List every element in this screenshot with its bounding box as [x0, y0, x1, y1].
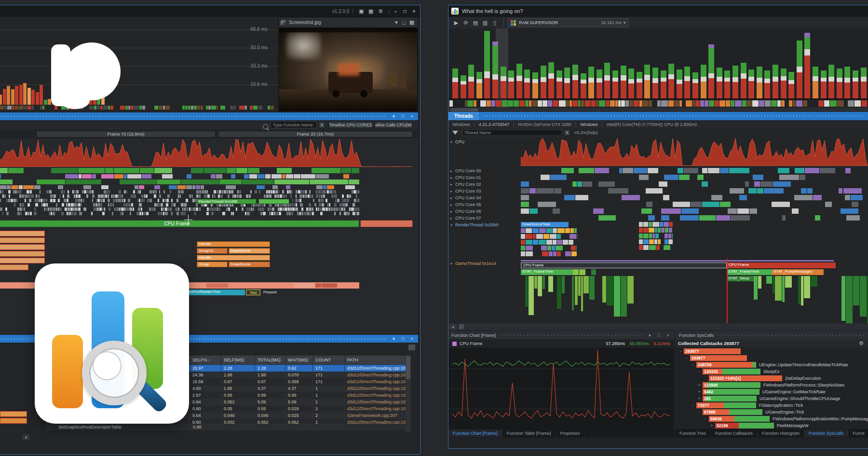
- pause-icon[interactable]: ▯: [490, 18, 500, 28]
- frame-bar[interactable]: [476, 72, 482, 98]
- frame-bar[interactable]: [701, 65, 706, 98]
- frame-bar[interactable]: [708, 44, 714, 98]
- mini-frame-bar[interactable]: [23, 83, 27, 105]
- handle-span[interactable]: DrawScene: [229, 248, 270, 254]
- frame-bar[interactable]: [717, 68, 722, 98]
- flame-span[interactable]: [360, 220, 413, 227]
- timeline-cpu-cores-button[interactable]: Timeline CPU CORES: [328, 121, 373, 128]
- thread-row-label[interactable]: ▾GameThread 0x1e14: [450, 261, 496, 266]
- render-thread-span[interactable]: RenderThread 0x1d58: [197, 199, 257, 204]
- frame-bar[interactable]: [692, 72, 698, 98]
- panel-close-icon[interactable]: ×: [409, 336, 415, 341]
- flame-fragment[interactable]: [0, 418, 27, 424]
- frame-bar[interactable]: [492, 41, 498, 98]
- layout-icon[interactable]: ▦: [366, 6, 376, 16]
- table-header-cell[interactable]: COUNT: [313, 356, 345, 365]
- thread-expander-icon[interactable]: ▸: [450, 182, 455, 187]
- stat-span[interactable]: STAT_FrameTime: [727, 269, 773, 275]
- frame-bar[interactable]: [853, 70, 858, 98]
- tab-function-table-frame-[interactable]: Function Table [Frame]: [502, 429, 556, 437]
- thread-expander-icon[interactable]: ▾: [450, 262, 455, 266]
- thread-row-label[interactable]: ▸CPU Core 05: [450, 202, 481, 207]
- panel-maximize-icon[interactable]: □: [400, 336, 406, 341]
- panel-collapse-icon[interactable]: ▾: [647, 333, 653, 338]
- cpu-frame-span[interactable]: CPU Frame: [727, 263, 836, 268]
- mini-frame-bar[interactable]: [0, 95, 2, 105]
- thread-expander-icon[interactable]: ▾: [450, 140, 455, 144]
- mini-frame-bar[interactable]: [48, 99, 51, 105]
- table-header-cell[interactable]: TOTAL(MS): [255, 356, 285, 365]
- histogram-scrollbar[interactable]: [448, 108, 868, 112]
- minimize-button[interactable]: –: [393, 9, 399, 14]
- open-capture-icon[interactable]: ▤: [471, 18, 480, 28]
- mini-frame-bar[interactable]: [19, 85, 23, 105]
- frame-bar[interactable]: [797, 41, 802, 98]
- syscalls-settings-gear-icon[interactable]: ⚙: [857, 340, 865, 347]
- frame-bar[interactable]: [621, 66, 626, 98]
- frame-bar[interactable]: [668, 64, 674, 98]
- thread-row-label[interactable]: ▸CPU Core 02: [450, 181, 481, 187]
- panel-close-icon[interactable]: ×: [665, 333, 671, 338]
- thread-name-filter-input[interactable]: Thread Name: [462, 129, 562, 136]
- flame-span[interactable]: [258, 199, 289, 204]
- mini-frame-bar[interactable]: [15, 86, 18, 105]
- frame-bar[interactable]: [844, 67, 850, 98]
- frame-bar[interactable]: [468, 65, 474, 98]
- frame-histogram[interactable]: [448, 28, 868, 112]
- thread-row-label[interactable]: ▸CPU Core 03: [450, 188, 481, 194]
- frame-bar[interactable]: [781, 69, 787, 98]
- frame-bar[interactable]: [724, 70, 730, 98]
- popout-icon[interactable]: ▦: [408, 19, 416, 27]
- cpu-frame-bar[interactable]: CPU Frame: [0, 220, 359, 227]
- frame-bar[interactable]: [748, 69, 754, 98]
- handle-span[interactable]: DrawScene: [229, 262, 270, 267]
- callstack-bar[interactable]: 73377: [696, 402, 756, 408]
- mini-frame-bar[interactable]: [27, 88, 31, 105]
- scroll-left-arrow[interactable]: ◂: [449, 324, 456, 330]
- tree-expander-icon[interactable]: -: [703, 416, 708, 422]
- start-profiling-icon[interactable]: ▶: [451, 18, 461, 28]
- tree-expander-icon[interactable]: -: [678, 348, 683, 354]
- callstack-bar[interactable]: 134325: [703, 369, 760, 374]
- thread-expander-icon[interactable]: ▸: [450, 189, 455, 193]
- tree-expander-icon[interactable]: -: [697, 409, 702, 415]
- threads-timeline[interactable]: ▾CPU▸CPU Core 00▸CPU Core 01▸CPU Core 02…: [448, 137, 868, 331]
- tab-function-syscalls[interactable]: Function SysCalls: [804, 429, 848, 437]
- frame-bar[interactable]: [484, 31, 490, 98]
- panel-maximize-icon[interactable]: □: [400, 114, 406, 119]
- callstack-bar[interactable]: 281: [703, 396, 757, 401]
- thread-expander-icon[interactable]: ▸: [450, 196, 455, 200]
- maximize-button[interactable]: □: [402, 9, 408, 14]
- frame-bar[interactable]: [508, 70, 514, 98]
- flame-span[interactable]: [0, 237, 45, 243]
- panel-close-icon[interactable]: ×: [409, 114, 415, 119]
- thread-row-label[interactable]: ▸CPU Core 01: [450, 175, 481, 180]
- tab-threads[interactable]: Threads: [448, 112, 479, 120]
- cpu-frame-span[interactable]: CPU Frame: [521, 263, 727, 268]
- mini-frame-bar[interactable]: [3, 89, 6, 105]
- flame-span[interactable]: [0, 231, 45, 236]
- pin-icon[interactable]: ▾: [393, 19, 400, 27]
- function-chart-plot[interactable]: [448, 348, 674, 429]
- timeline-scroll-thumb[interactable]: [459, 324, 464, 329]
- save-capture-icon[interactable]: ▥: [480, 18, 490, 28]
- thread-row-label[interactable]: ▾CPU: [450, 139, 464, 145]
- tab-function-histogram[interactable]: Function Histogram: [758, 429, 804, 437]
- frame-bar[interactable]: [541, 66, 546, 98]
- stat-span[interactable]: STAT_Sleep: [727, 276, 754, 281]
- callstack-bar[interactable]: 122840: [703, 382, 760, 388]
- copy-icon[interactable]: ▣: [356, 6, 366, 16]
- frame-bar[interactable]: [741, 63, 746, 98]
- frame-bar[interactable]: [813, 67, 818, 98]
- mini-frame-bar[interactable]: [11, 89, 14, 105]
- tree-expander-icon[interactable]: -: [684, 355, 689, 361]
- search-clear-button[interactable]: X: [318, 121, 326, 128]
- frame-bar[interactable]: [684, 67, 690, 98]
- frame-bar[interactable]: [661, 70, 666, 98]
- frame-bar[interactable]: [461, 75, 466, 98]
- thread-row-label[interactable]: ▸CPU Core 06: [450, 208, 481, 214]
- table-header-cell[interactable]: SELF% ↓: [190, 356, 221, 365]
- dock-icon[interactable]: □: [400, 19, 408, 27]
- thread-expander-icon[interactable]: ▸: [450, 176, 455, 180]
- frame-bar[interactable]: [628, 69, 634, 98]
